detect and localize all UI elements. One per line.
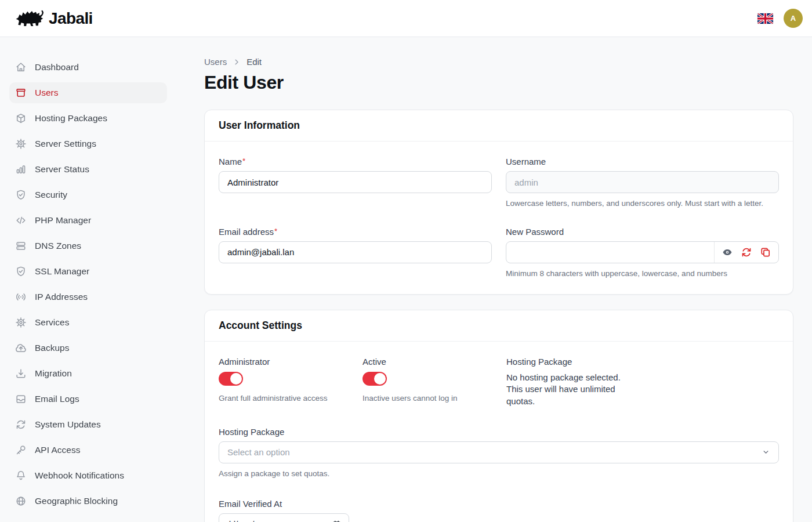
- sidebar-item-users[interactable]: Users: [9, 82, 167, 103]
- toggle-knob: [230, 373, 242, 385]
- copy-icon: [760, 246, 771, 258]
- sidebar-item-label: Server Status: [35, 164, 89, 175]
- sidebar-item-server-settings[interactable]: Server Settings: [9, 133, 167, 154]
- inbox-icon: [15, 393, 27, 405]
- globe-icon: [15, 495, 27, 507]
- bar-chart-icon: [15, 164, 27, 175]
- password-input-group: [506, 241, 779, 263]
- sidebar-item-ip-addresses[interactable]: IP Addresses: [9, 287, 167, 307]
- sidebar-item-migration[interactable]: Migration: [9, 363, 167, 384]
- sidebar-item-label: Webhook Notifications: [35, 470, 124, 481]
- top-header: Jabali A: [0, 0, 812, 37]
- select-placeholder: Select an option: [227, 447, 290, 457]
- broadcast-icon: [15, 291, 27, 303]
- cloud-upload-icon: [15, 342, 27, 354]
- sidebar-item-label: Hosting Packages: [35, 113, 107, 124]
- eye-icon: [722, 246, 733, 258]
- generate-password-button[interactable]: [741, 246, 752, 258]
- sidebar-item-dns-zones[interactable]: DNS Zones: [9, 235, 167, 256]
- boar-logo-icon: [15, 7, 45, 30]
- download-icon: [15, 368, 27, 379]
- hosting-package-select[interactable]: Select an option: [219, 441, 779, 463]
- refresh-icon: [741, 246, 752, 258]
- brand-name: Jabali: [49, 9, 93, 28]
- sidebar-item-security[interactable]: Security: [9, 184, 167, 205]
- sidebar-item-services[interactable]: Services: [9, 312, 167, 333]
- breadcrumb-users-link[interactable]: Users: [204, 57, 227, 67]
- date-placeholder: dd/mm/yyyy --:--: [226, 520, 287, 522]
- show-password-button[interactable]: [722, 246, 733, 258]
- avatar-initial: A: [791, 14, 796, 23]
- page-title: Edit User: [204, 72, 793, 93]
- home-icon: [15, 61, 27, 73]
- sidebar-item-api-access[interactable]: API Access: [9, 440, 167, 461]
- sidebar-item-server-status[interactable]: Server Status: [9, 159, 167, 180]
- hosting-package-summary-label: Hosting Package: [506, 357, 779, 367]
- new-password-label: New Password: [506, 227, 779, 237]
- active-toggle[interactable]: [362, 372, 387, 386]
- name-field-group: Name*: [219, 157, 492, 193]
- user-information-card: User Information Name* Username Lowercas…: [204, 110, 793, 295]
- name-input[interactable]: [219, 171, 492, 193]
- sidebar-item-system-updates[interactable]: System Updates: [9, 414, 167, 435]
- email-input[interactable]: [219, 241, 492, 263]
- sidebar-item-label: Backups: [35, 343, 69, 353]
- uk-flag-icon[interactable]: [757, 13, 773, 24]
- hosting-package-select-help: Assign a package to set quotas.: [219, 468, 779, 480]
- chevron-right-icon: [233, 58, 241, 66]
- sidebar-item-label: System Updates: [35, 419, 101, 430]
- sidebar-item-label: Security: [35, 190, 67, 200]
- copy-password-button[interactable]: [760, 246, 771, 258]
- email-verified-at-input[interactable]: dd/mm/yyyy --:--: [219, 513, 349, 522]
- user-avatar[interactable]: A: [784, 9, 803, 28]
- bell-icon: [15, 470, 27, 481]
- sidebar-item-label: SSL Manager: [35, 266, 89, 277]
- new-password-input[interactable]: [506, 242, 715, 263]
- sidebar-item-webhook-notifications[interactable]: Webhook Notifications: [9, 465, 167, 486]
- sidebar-item-dashboard[interactable]: Dashboard: [9, 57, 167, 78]
- active-toggle-group: Active Inactive users cannot log in: [362, 357, 506, 404]
- sidebar-item-ssl-manager[interactable]: SSL Manager: [9, 261, 167, 282]
- sidebar-item-php-manager[interactable]: PHP Manager: [9, 210, 167, 231]
- package-icon: [15, 113, 27, 124]
- hosting-package-summary: Hosting Package No hosting package selec…: [506, 357, 779, 407]
- administrator-toggle-group: Administrator Grant full administrative …: [219, 357, 362, 404]
- sidebar-item-label: Users: [35, 88, 58, 98]
- required-asterisk: *: [242, 157, 245, 165]
- key-icon: [15, 444, 27, 456]
- administrator-toggle[interactable]: [219, 372, 243, 386]
- email-verified-at-group: Email Verified At dd/mm/yyyy --:--: [219, 499, 779, 522]
- server-stack-icon: [15, 240, 27, 252]
- sidebar-item-hosting-packages[interactable]: Hosting Packages: [9, 108, 167, 129]
- email-label: Email address*: [219, 227, 492, 237]
- sidebar-item-email-logs[interactable]: Email Logs: [9, 389, 167, 409]
- active-help: Inactive users cannot log in: [362, 393, 506, 404]
- sidebar-item-geographic-blocking[interactable]: Geographic Blocking: [9, 491, 167, 512]
- breadcrumb-current: Edit: [246, 57, 262, 67]
- hosting-package-summary-text: No hosting package selected. This user w…: [506, 372, 634, 407]
- sidebar-item-label: Geographic Blocking: [35, 496, 118, 506]
- email-field-group: Email address*: [219, 227, 492, 263]
- sidebar-item-label: PHP Manager: [35, 215, 91, 226]
- code-icon: [15, 215, 27, 226]
- main-content: Users Edit Edit User User Information Na…: [176, 37, 812, 522]
- administrator-label: Administrator: [219, 357, 362, 367]
- sidebar-item-label: Services: [35, 317, 69, 328]
- account-settings-card: Account Settings Administrator Grant ful…: [204, 310, 793, 522]
- username-label: Username: [506, 157, 779, 166]
- username-field-group: Username Lowercase letters, numbers, and…: [506, 157, 779, 209]
- arrows-rotate-icon: [15, 419, 27, 430]
- email-verified-at-label: Email Verified At: [219, 499, 779, 509]
- sidebar: Dashboard Users Hosting Packages Server …: [0, 37, 176, 522]
- required-asterisk: *: [274, 227, 277, 235]
- new-password-field-group: New Password: [506, 227, 779, 280]
- administrator-help: Grant full administrative access: [219, 393, 362, 404]
- sidebar-item-backups[interactable]: Backups: [9, 338, 167, 358]
- archive-box-icon: [15, 87, 27, 99]
- sidebar-item-label: API Access: [35, 445, 80, 455]
- toggle-knob: [374, 373, 386, 385]
- brand-logo[interactable]: Jabali: [15, 7, 93, 30]
- active-label: Active: [362, 357, 506, 367]
- username-input[interactable]: [506, 171, 779, 193]
- chevron-down-icon: [762, 448, 770, 456]
